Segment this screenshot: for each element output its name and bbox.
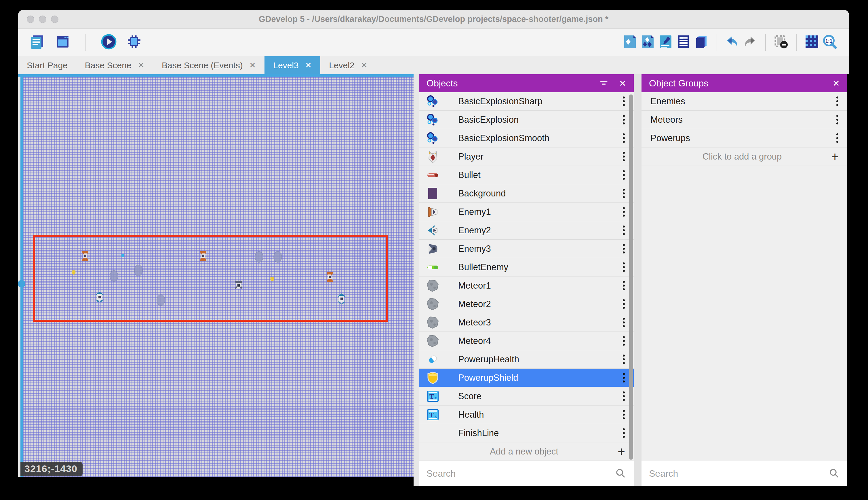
debug-button[interactable]: [125, 33, 143, 51]
tab-close-icon[interactable]: ✕: [138, 60, 144, 70]
toolbar-right-group: 1:1: [621, 33, 839, 51]
object-row-meteor4[interactable]: Meteor4: [419, 332, 634, 350]
object-row-meteor2[interactable]: Meteor2: [419, 295, 634, 314]
redo-icon: [742, 34, 758, 51]
play-button[interactable]: [100, 33, 118, 51]
search-icon: [615, 467, 626, 480]
minimize-window-button[interactable]: [39, 15, 46, 23]
tab-label: Level3: [273, 60, 298, 70]
object-name: BasicExplosionSharp: [458, 96, 613, 106]
tab-close-icon[interactable]: ✕: [305, 60, 312, 70]
add-group-button[interactable]: Click to add a group +: [642, 147, 847, 166]
object-row-bulletenemy[interactable]: BulletEnemy: [419, 258, 634, 276]
gdevelop-window: GDevelop 5 - /Users/dkarakay/Documents/G…: [18, 10, 849, 490]
open-layers-panel-icon: [693, 34, 709, 51]
open-instances-list-panel-icon: [676, 34, 692, 51]
tab-level2[interactable]: Level2✕: [320, 56, 376, 74]
object-row-score[interactable]: TxScore: [419, 387, 634, 406]
open-objects-panel-button[interactable]: [621, 33, 639, 51]
pill-object-icon: [426, 353, 439, 366]
object-row-player[interactable]: Player: [419, 147, 634, 166]
object-row-finishline[interactable]: FinishLine: [419, 424, 634, 442]
object-groups-panel: Object Groups ✕ EnemiesMeteorsPowerups C…: [642, 74, 847, 486]
svg-text:T: T: [430, 411, 434, 419]
object-row-enemy3[interactable]: Enemy3: [419, 240, 634, 258]
object-row-powerupshield[interactable]: PowerupShield: [419, 369, 634, 387]
shield-object-icon: [426, 371, 439, 385]
undo-button[interactable]: [723, 33, 741, 51]
object-row-basicexplosionsmooth[interactable]: BasicExplosionSmooth: [419, 129, 634, 147]
object-row-basicexplosion[interactable]: BasicExplosion: [419, 111, 634, 129]
object-row-basicexplosionsharp[interactable]: BasicExplosionSharp: [419, 92, 634, 111]
scene-edge-handle[interactable]: [18, 280, 25, 287]
scene-canvas[interactable]: 3216;-1430: [18, 74, 413, 477]
zoom-1-1-button[interactable]: 1:1: [821, 33, 838, 51]
none-object-icon: [426, 427, 439, 440]
zoom-1-1-icon: 1:1: [822, 34, 838, 51]
kebab-menu-icon[interactable]: [827, 115, 847, 124]
object-row-meteor3[interactable]: Meteor3: [419, 314, 634, 332]
main-toolbar: 1:1: [18, 29, 849, 56]
objects-list: BasicExplosionSharpBasicExplosionBasicEx…: [419, 92, 634, 442]
add-object-button[interactable]: Add a new object +: [419, 442, 634, 461]
tab-level3[interactable]: Level3✕: [265, 56, 320, 74]
close-icon[interactable]: ✕: [833, 78, 840, 88]
object-name: Meteor4: [458, 336, 613, 346]
object-row-poweruphealth[interactable]: PowerupHealth: [419, 350, 634, 369]
close-icon[interactable]: ✕: [619, 78, 626, 88]
svg-text:T: T: [430, 393, 434, 400]
object-row-enemy2[interactable]: Enemy2: [419, 221, 634, 240]
group-row-meteors[interactable]: Meteors: [642, 111, 847, 129]
groups-search-box: [642, 461, 847, 486]
close-window-button[interactable]: [27, 15, 34, 23]
plus-icon: +: [822, 149, 847, 164]
tab-close-icon[interactable]: ✕: [249, 60, 256, 70]
redo-button[interactable]: [741, 33, 759, 51]
object-name: FinishLine: [458, 428, 613, 439]
tab-base-scene[interactable]: Base Scene✕: [76, 56, 153, 74]
object-row-health[interactable]: TxHealth: [419, 406, 634, 424]
toolbar-divider: [85, 34, 86, 51]
panels-divider[interactable]: [634, 74, 642, 486]
tab-close-icon[interactable]: ✕: [361, 60, 367, 70]
group-name: Enemies: [650, 96, 827, 106]
scene-window-button[interactable]: [54, 33, 72, 51]
group-row-powerups[interactable]: Powerups: [642, 129, 847, 147]
open-layers-panel-button[interactable]: [692, 33, 710, 51]
toggle-mask-button[interactable]: [772, 33, 790, 51]
objects-scrollbar[interactable]: [629, 94, 633, 460]
project-manager-button[interactable]: [28, 33, 46, 51]
group-row-enemies[interactable]: Enemies: [642, 92, 847, 111]
group-name: Meteors: [650, 115, 827, 125]
tab-base-scene-events-[interactable]: Base Scene (Events)✕: [153, 56, 265, 74]
object-row-bullet[interactable]: Bullet: [419, 166, 634, 184]
open-instances-list-panel-button[interactable]: [675, 33, 692, 51]
open-object-groups-panel-button[interactable]: [639, 33, 657, 51]
meteor-object-icon: [426, 316, 439, 329]
toggle-grid-icon: [804, 34, 820, 51]
enemy-blue-object-icon: [426, 224, 439, 237]
object-name: Meteor3: [458, 317, 613, 328]
kebab-menu-icon[interactable]: [827, 133, 847, 143]
canvas-panel-divider[interactable]: [413, 74, 419, 486]
groups-search-input[interactable]: [649, 468, 828, 479]
tab-start-page[interactable]: Start Page: [18, 56, 76, 74]
object-row-meteor1[interactable]: Meteor1: [419, 276, 634, 295]
kebab-menu-icon[interactable]: [827, 96, 847, 106]
text-object-icon: Tx: [426, 408, 439, 421]
object-name: Background: [458, 189, 613, 199]
object-row-background[interactable]: Background: [419, 184, 634, 203]
meteor-object-icon: [426, 279, 439, 292]
object-row-enemy1[interactable]: Enemy1: [419, 203, 634, 221]
open-properties-panel-button[interactable]: [657, 33, 675, 51]
objects-search-input[interactable]: [426, 468, 615, 479]
zoom-window-button[interactable]: [51, 15, 58, 23]
background-object-icon: [426, 187, 439, 200]
enemy-gray-object-icon: [426, 242, 439, 255]
selection-rectangle[interactable]: [33, 235, 388, 322]
toggle-grid-button[interactable]: [803, 33, 821, 51]
open-object-groups-panel-icon: [640, 34, 656, 51]
objects-search-box: [419, 461, 634, 486]
scene-window-icon: [55, 34, 71, 51]
filter-icon[interactable]: [599, 78, 609, 88]
